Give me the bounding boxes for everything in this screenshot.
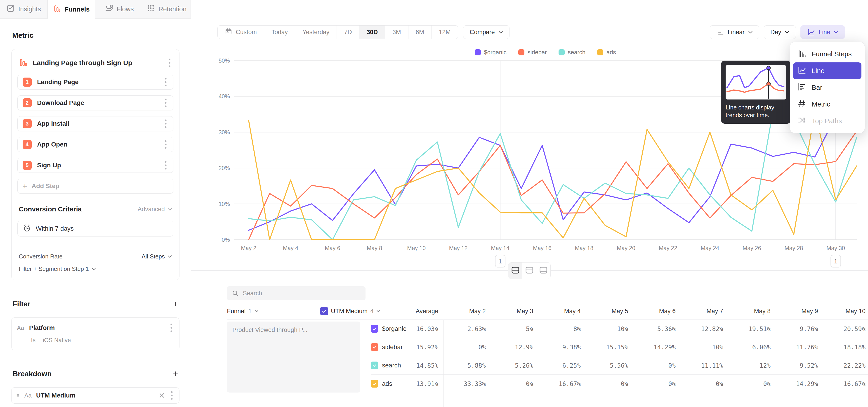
date-column-header[interactable]: May 2 xyxy=(438,308,486,315)
chart-controls: Linear Day Line xyxy=(710,25,845,39)
drag-handle-icon[interactable]: ≡ xyxy=(17,393,20,398)
range-6m[interactable]: 6M xyxy=(408,26,432,39)
chart-view-button[interactable] xyxy=(522,262,536,279)
row-value: 12.9% xyxy=(515,344,533,351)
row-checkbox[interactable] xyxy=(371,380,378,387)
row-checkbox[interactable] xyxy=(371,362,378,369)
funnels-icon xyxy=(53,4,61,14)
conversion-rate-steps-dropdown[interactable]: All Steps xyxy=(142,253,172,260)
chevron-down-icon xyxy=(167,255,172,258)
conversion-window[interactable]: Within 7 days xyxy=(18,221,174,237)
date-column-header[interactable]: May 7 xyxy=(676,308,723,315)
tab-retention[interactable]: Retention xyxy=(143,0,191,19)
annotation-badge[interactable]: 1 xyxy=(495,255,505,267)
breakdown-utm-card[interactable]: ≡ Aa UTM Medium xyxy=(11,387,180,404)
funnel-step-5[interactable]: 5Sign Up xyxy=(18,158,174,173)
annotation-badge[interactable]: 1 xyxy=(831,255,841,267)
step-kebab-icon[interactable] xyxy=(163,98,168,107)
row-value: 18.18% xyxy=(843,344,866,351)
row-value: 2.63% xyxy=(467,325,486,333)
range-today[interactable]: Today xyxy=(264,26,295,39)
tab-funnels[interactable]: Funnels xyxy=(48,0,95,19)
step-kebab-icon[interactable] xyxy=(163,140,168,149)
compare-button[interactable]: Compare xyxy=(463,25,509,39)
insights-icon xyxy=(6,4,15,14)
date-column-header[interactable]: May 8 xyxy=(723,308,771,315)
row-value: 5.56% xyxy=(610,362,628,369)
row-label: $organic xyxy=(382,325,406,333)
funnel-step-3[interactable]: 3App Install xyxy=(18,116,174,131)
filter-segment-dropdown[interactable]: Filter + Segment on Step 1 xyxy=(19,265,172,273)
date-column-header[interactable]: May 3 xyxy=(486,308,533,315)
row-label: search xyxy=(382,362,401,369)
filter-kebab-icon[interactable] xyxy=(169,323,174,333)
range-30d[interactable]: 30D xyxy=(360,26,385,39)
advanced-toggle[interactable]: Advanced xyxy=(138,206,172,213)
row-value: 15.15% xyxy=(606,344,628,351)
table-row-search: search14.85%5.88%5.26%6.25%5.56%0%11.11%… xyxy=(371,356,868,375)
menu-item-line[interactable]: Line xyxy=(793,62,862,79)
funnel-column-header[interactable]: Funnel 1 xyxy=(227,308,320,315)
date-column-header[interactable]: May 9 xyxy=(771,308,818,315)
svg-text:20%: 20% xyxy=(219,165,230,171)
filter-platform-card[interactable]: Aa Platform Is iOS Native xyxy=(11,317,180,350)
svg-text:1: 1 xyxy=(499,258,502,265)
step-kebab-icon[interactable] xyxy=(163,119,168,128)
filter-operator[interactable]: Is xyxy=(31,337,35,344)
funnel-chart-icon xyxy=(19,58,28,68)
date-column-header[interactable]: May 10 xyxy=(818,308,866,315)
row-average: 14.85% xyxy=(416,362,438,369)
range-custom[interactable]: Custom xyxy=(218,26,264,39)
date-column-header[interactable]: May 6 xyxy=(628,308,676,315)
range-12m[interactable]: 12M xyxy=(432,26,458,39)
metric-icon xyxy=(797,99,806,109)
menu-item-funnel-steps[interactable]: Funnel Steps xyxy=(793,46,862,62)
add-filter-button[interactable]: + xyxy=(173,300,178,308)
svg-text:May 26: May 26 xyxy=(743,245,761,251)
funnel-title-row[interactable]: Landing Page through Sign Up xyxy=(18,55,174,74)
date-column-header[interactable]: May 4 xyxy=(533,308,581,315)
breakdown-property-name: UTM Medium xyxy=(36,392,75,399)
table-view-button[interactable] xyxy=(536,262,550,279)
row-value: 11.11% xyxy=(701,362,723,369)
range-3m[interactable]: 3M xyxy=(385,26,408,39)
select-all-checkbox[interactable] xyxy=(320,307,328,315)
breakdown-column-header[interactable]: UTM Medium 4 xyxy=(320,307,395,315)
step-kebab-icon[interactable] xyxy=(163,77,168,87)
funnel-step-4[interactable]: 4App Open xyxy=(18,137,174,152)
close-icon[interactable] xyxy=(159,393,165,398)
funnel-step-1[interactable]: 1Landing Page xyxy=(18,74,174,90)
tab-flows[interactable]: Flows xyxy=(95,0,143,19)
menu-item-bar[interactable]: Bar xyxy=(793,79,862,96)
range-7d[interactable]: 7D xyxy=(337,26,360,39)
filter-value[interactable]: iOS Native xyxy=(43,337,71,344)
chart-type-menu: Funnel StepsLineBarMetricTop Paths xyxy=(790,42,865,133)
alarm-clock-icon xyxy=(23,224,31,233)
breakdown-kebab-icon[interactable] xyxy=(169,391,174,400)
add-breakdown-button[interactable]: + xyxy=(173,369,178,378)
step-kebab-icon[interactable] xyxy=(163,160,168,170)
funnel-step-2[interactable]: 2Download Page xyxy=(18,95,174,111)
chevron-down-icon xyxy=(254,310,258,312)
range-yesterday[interactable]: Yesterday xyxy=(295,26,337,39)
step-number-badge: 2 xyxy=(23,98,32,107)
granularity-dropdown[interactable]: Day xyxy=(764,25,796,39)
row-checkbox[interactable] xyxy=(371,325,378,333)
split-view-button[interactable] xyxy=(508,262,522,279)
search-input[interactable] xyxy=(243,290,351,297)
line-chart-icon xyxy=(797,66,806,76)
scale-dropdown[interactable]: Linear xyxy=(710,25,759,39)
row-checkbox[interactable] xyxy=(371,343,378,351)
add-step-button[interactable]: + Add Step xyxy=(18,179,174,193)
funnel-kebab-icon[interactable] xyxy=(167,58,172,68)
funnel-steps-list: 1Landing Page2Download Page3App Install4… xyxy=(18,74,174,173)
tab-insights[interactable]: Insights xyxy=(0,0,48,19)
row-value: 11.76% xyxy=(796,344,818,351)
menu-item-metric[interactable]: Metric xyxy=(793,96,862,113)
average-column-header[interactable]: Average xyxy=(395,308,438,315)
chart-type-dropdown[interactable]: Line xyxy=(800,25,845,39)
svg-text:May 30: May 30 xyxy=(827,245,845,251)
date-column-header[interactable]: May 5 xyxy=(581,308,628,315)
table-row-organic: $organic16.03%2.63%5%8%10%5.36%12.82%19.… xyxy=(371,320,868,338)
row-value: 0% xyxy=(478,344,486,351)
